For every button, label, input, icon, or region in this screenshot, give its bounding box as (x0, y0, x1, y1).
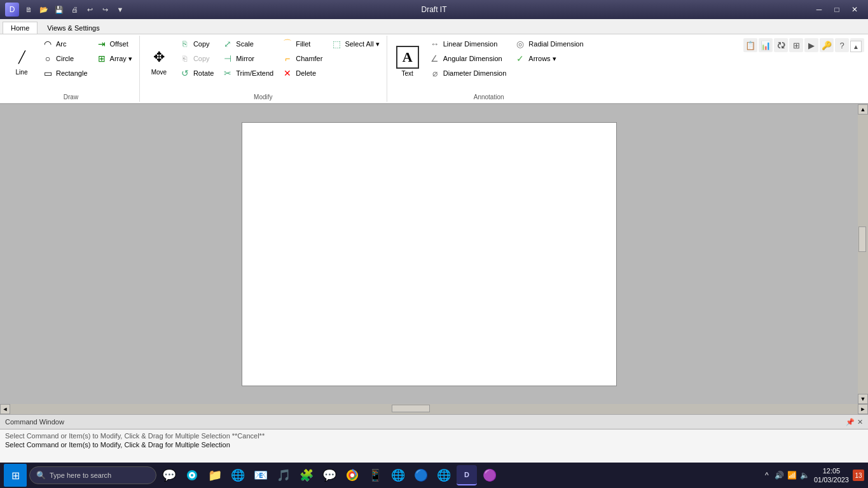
undo-button[interactable]: ↩ (83, 3, 97, 17)
mirror-label: Mirror (236, 55, 254, 62)
taskbar-app3[interactable]: 🟣 (479, 465, 500, 485)
select-all-label: Select All ▾ (345, 40, 379, 48)
scale-button[interactable]: ⤢ Scale (218, 37, 277, 51)
search-bar[interactable]: 🔍 Type here to search (29, 466, 156, 484)
scroll-down-button[interactable]: ▼ (858, 394, 868, 404)
copy-top-label: Copy (193, 40, 210, 48)
ribbon-icon-2[interactable]: 📊 (759, 38, 773, 52)
chamfer-label: Chamfer (296, 55, 322, 62)
command-line-1: Select Command or Item(s) to Modify, Cli… (5, 432, 863, 440)
move-button[interactable]: ✥ Move (144, 37, 174, 85)
rotate-button[interactable]: ↺ Rotate (176, 66, 217, 80)
system-tray: ^ 🔊 📶 🔈 12:05 01/03/2023 13 (762, 466, 864, 485)
drawing-canvas[interactable] (242, 122, 617, 386)
angular-dim-icon: ∠ (429, 52, 441, 65)
taskbar-app1[interactable]: 🧩 (296, 465, 317, 485)
ribbon-icon-1[interactable]: 📋 (743, 38, 757, 52)
fillet-button[interactable]: ⌒ Fillet (278, 37, 326, 51)
new-file-button[interactable]: 🗎 (22, 3, 36, 17)
text-button[interactable]: A Text (391, 37, 424, 85)
offset-button[interactable]: ⇥ Offset (92, 37, 135, 51)
copy-bot-button[interactable]: ⎗ Copy (176, 52, 217, 66)
taskbar-edge2[interactable]: 🌐 (434, 465, 454, 485)
speakers-icon[interactable]: 🔈 (800, 470, 810, 480)
scroll-thumb-horizontal[interactable] (392, 405, 430, 412)
help-button[interactable]: ? (835, 38, 849, 52)
start-button[interactable]: ⊞ (4, 464, 27, 487)
qa-dropdown-button[interactable]: ▼ (113, 3, 127, 17)
volume-icon[interactable]: 🔊 (775, 470, 785, 480)
trim-extend-button[interactable]: ✂ Trim/Extend (218, 66, 277, 80)
scroll-track-horizontal[interactable] (10, 404, 858, 414)
clock-display[interactable]: 12:05 01/03/2023 (814, 466, 849, 485)
cortana-icon[interactable] (182, 465, 202, 485)
annotation-col-text: A Text (391, 37, 424, 85)
annotation-col-radial: ◎ Radial Dimension ✓ Arrows ▾ (511, 37, 586, 66)
open-file-button[interactable]: 📂 (37, 3, 51, 17)
print-button[interactable]: 🖨 (67, 3, 81, 17)
save-button[interactable]: 💾 (52, 3, 66, 17)
command-window-pin[interactable]: 📌 (846, 418, 855, 426)
scroll-track-vertical[interactable] (858, 115, 868, 394)
chamfer-button[interactable]: ⌐ Chamfer (278, 52, 326, 66)
tab-home[interactable]: Home (3, 22, 38, 34)
taskbar-whatsapp[interactable]: 📱 (365, 465, 385, 485)
rectangle-button[interactable]: ▭ Rectangle (38, 66, 91, 80)
angular-dim-button[interactable]: ∠ Angular Dimension (425, 52, 510, 66)
ribbon-icon-4[interactable]: ⊞ (789, 38, 803, 52)
chevron-up-icon[interactable]: ^ (762, 470, 772, 480)
scale-label: Scale (236, 40, 254, 48)
delete-icon: ✕ (281, 67, 294, 80)
scroll-thumb-vertical[interactable] (858, 227, 866, 252)
circle-button[interactable]: ○ Circle (38, 52, 91, 66)
taskbar-file-explorer[interactable]: 📁 (205, 465, 225, 485)
line-button[interactable]: ╱ Line (6, 37, 37, 85)
notification-badge[interactable]: 13 (853, 470, 864, 481)
ribbon-group-modify: ✥ Move ⎘ Copy ⎗ Copy ↺ Rotate (140, 36, 387, 102)
scroll-left-button[interactable]: ◄ (0, 404, 10, 414)
arc-button[interactable]: ◠ Arc (38, 37, 91, 51)
svg-point-2 (191, 474, 193, 477)
task-view-button[interactable]: 💬 (159, 465, 179, 485)
scroll-right-button[interactable]: ► (858, 404, 868, 414)
command-window-controls: 📌 ✕ (846, 418, 863, 426)
taskbar-spotify[interactable]: 🎵 (273, 465, 294, 485)
command-window-close[interactable]: ✕ (857, 418, 863, 426)
modify-col-fillet: ⌒ Fillet ⌐ Chamfer ✕ Delete (278, 37, 326, 80)
ribbon-icon-6[interactable]: 🔑 (820, 38, 834, 52)
ribbon-collapse-button[interactable]: ▲ (850, 41, 862, 52)
minimize-button[interactable]: ─ (811, 3, 827, 16)
taskbar-wordpress[interactable]: 🌐 (388, 465, 408, 485)
copy-top-button[interactable]: ⎘ Copy (176, 37, 217, 51)
canvas-with-scrollbar: ▲ ▼ (0, 104, 868, 404)
delete-button[interactable]: ✕ Delete (278, 66, 326, 80)
taskbar-edge[interactable]: 🌐 (228, 465, 248, 485)
ribbon-icon-3[interactable]: 🗘 (774, 38, 788, 52)
redo-button[interactable]: ↪ (98, 3, 112, 17)
offset-label: Offset (110, 40, 128, 48)
taskbar-mail[interactable]: 📧 (251, 465, 271, 485)
ribbon-group-annotation: A Text ↔ Linear Dimension ∠ Angular Dime… (387, 36, 591, 102)
arrows-button[interactable]: ✓ Arrows ▾ (511, 52, 586, 66)
taskbar-teams[interactable]: 💬 (319, 465, 340, 485)
mirror-button[interactable]: ⊣ Mirror (218, 52, 277, 66)
select-all-button[interactable]: ⬚ Select All ▾ (327, 37, 382, 51)
canvas-area[interactable] (0, 104, 858, 404)
taskbar-chrome[interactable] (342, 465, 362, 485)
tab-views-settings[interactable]: Views & Settings (39, 22, 107, 34)
scroll-up-button[interactable]: ▲ (858, 104, 868, 115)
ribbon-tabs: Home Views & Settings (0, 19, 868, 34)
network-icon[interactable]: 📶 (787, 470, 797, 480)
array-button[interactable]: ⊞ Array ▾ (92, 52, 135, 66)
diameter-dim-button[interactable]: ⌀ Diameter Dimension (425, 66, 510, 80)
taskbar-app2[interactable]: 🔵 (411, 465, 431, 485)
close-button[interactable]: ✕ (846, 3, 863, 16)
taskbar-draft-it[interactable]: D (457, 465, 477, 485)
ribbon: ╱ Line ◠ Arc ○ Circle ▭ Rectangle (0, 34, 868, 104)
fillet-icon: ⌒ (281, 38, 294, 50)
linear-dim-button[interactable]: ↔ Linear Dimension (425, 37, 510, 51)
ribbon-icon-5[interactable]: ▶ (804, 38, 818, 52)
command-window-title: Command Window (5, 418, 64, 426)
maximize-button[interactable]: □ (829, 3, 845, 16)
radial-dim-button[interactable]: ◎ Radial Dimension (511, 37, 586, 51)
